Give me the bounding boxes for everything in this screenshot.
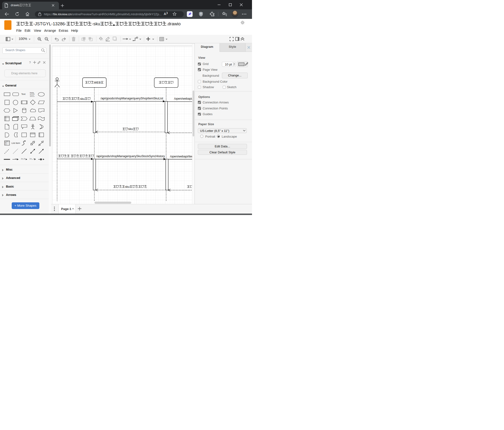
svg-text:Target: Target (33, 158, 36, 159)
svg-text:PAGE HEADER: PAGE HEADER (31, 133, 35, 134)
svg-text:Source: Source (21, 158, 23, 159)
svg-text:T: T (200, 12, 202, 15)
svg-text:Label: Label (15, 158, 17, 159)
svg-text:Item 2: Item 2 (5, 143, 7, 144)
svg-text:CONTAINER: CONTAINER (39, 133, 40, 136)
svg-text:List: List (6, 141, 8, 142)
svg-text:Item 3: Item 3 (5, 144, 7, 145)
svg-text:Source: Source (30, 158, 32, 159)
svg-text:Item 1: Item 1 (5, 142, 7, 143)
svg-text:label: label (24, 158, 26, 159)
